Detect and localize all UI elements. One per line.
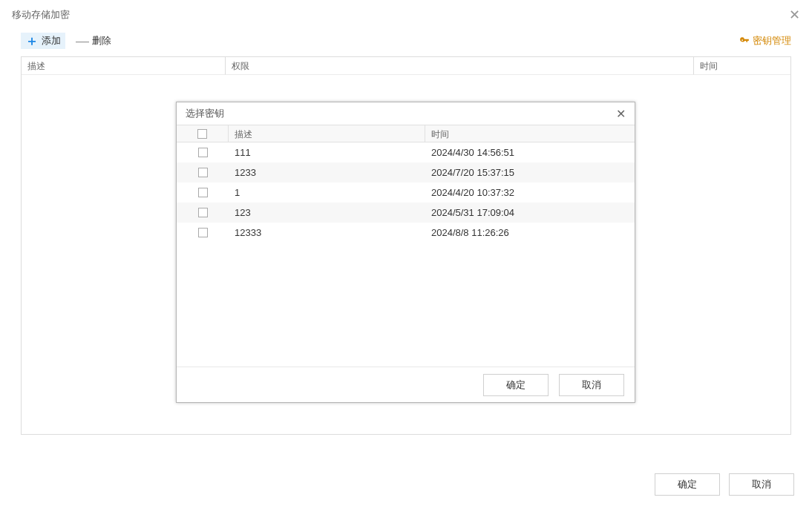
checkbox-icon[interactable] (197, 129, 207, 139)
row-description: 123 (229, 207, 425, 218)
checkbox-icon[interactable] (198, 228, 208, 237)
table-row[interactable]: 12332024/7/20 15:37:15 (177, 162, 635, 183)
inner-dialog-footer: 确定 取消 (177, 367, 635, 402)
inner-header-description[interactable]: 描述 (229, 125, 425, 142)
window-title: 移动存储加密 (12, 8, 70, 22)
table-row[interactable]: 12024/4/20 10:37:32 (177, 183, 635, 203)
row-time: 2024/4/30 14:56:51 (425, 147, 635, 158)
row-time: 2024/8/8 11:26:26 (425, 227, 635, 238)
row-time: 2024/4/20 10:37:32 (425, 187, 635, 198)
key-icon (739, 36, 750, 46)
inner-cancel-label: 取消 (582, 378, 601, 392)
cancel-button[interactable]: 取消 (729, 473, 794, 496)
row-description: 111 (229, 147, 425, 158)
titlebar: 移动存储加密 ✕ (0, 0, 812, 30)
row-time: 2024/7/20 15:37:15 (425, 167, 635, 178)
plus-icon: ＋ (25, 34, 39, 47)
row-description: 1 (229, 187, 425, 198)
inner-table-body: 1112024/4/30 14:56:5112332024/7/20 15:37… (177, 142, 635, 367)
checkbox-icon[interactable] (198, 148, 208, 157)
ok-button[interactable]: 确定 (655, 473, 720, 496)
main-header-time[interactable]: 时间 (694, 57, 790, 75)
inner-cancel-button[interactable]: 取消 (559, 374, 624, 396)
close-icon[interactable]: ✕ (789, 7, 800, 23)
toolbar: ＋ 添加 — 删除 密钥管理 (0, 30, 812, 52)
inner-ok-label: 确定 (506, 378, 525, 392)
row-checkbox-cell[interactable] (177, 208, 229, 217)
row-time: 2024/5/31 17:09:04 (425, 207, 635, 218)
inner-header-time[interactable]: 时间 (425, 125, 635, 142)
main-table-header: 描述 权限 时间 (22, 57, 790, 75)
add-button[interactable]: ＋ 添加 (21, 33, 65, 49)
inner-header-checkbox[interactable] (177, 125, 229, 142)
row-checkbox-cell[interactable] (177, 148, 229, 157)
table-row[interactable]: 1112024/4/30 14:56:51 (177, 142, 635, 162)
main-header-permission[interactable]: 权限 (226, 57, 694, 75)
inner-ok-button[interactable]: 确定 (483, 374, 549, 396)
checkbox-icon[interactable] (198, 168, 208, 177)
inner-table-header: 描述 时间 (177, 125, 635, 142)
table-row[interactable]: 1232024/5/31 17:09:04 (177, 203, 635, 223)
toolbar-left: ＋ 添加 — 删除 (21, 33, 116, 49)
row-checkbox-cell[interactable] (177, 168, 229, 177)
main-header-description[interactable]: 描述 (22, 57, 226, 75)
select-key-dialog: 选择密钥 ✕ 描述 时间 1112024/4/30 14:56:51123320… (176, 102, 635, 403)
row-description: 1233 (229, 167, 425, 178)
row-checkbox-cell[interactable] (177, 228, 229, 237)
delete-button-label: 删除 (92, 34, 111, 47)
delete-button[interactable]: — 删除 (71, 33, 116, 49)
add-button-label: 添加 (42, 34, 61, 47)
row-checkbox-cell[interactable] (177, 188, 229, 197)
checkbox-icon[interactable] (198, 188, 208, 197)
key-management-label: 密钥管理 (753, 34, 791, 47)
main-window: 移动存储加密 ✕ ＋ 添加 — 删除 密钥管理 描述 权限 时间 (0, 0, 812, 506)
ok-button-label: 确定 (678, 478, 697, 491)
row-description: 12333 (229, 227, 425, 238)
inner-close-icon[interactable]: ✕ (616, 107, 626, 121)
key-management-button[interactable]: 密钥管理 (739, 34, 791, 47)
inner-dialog-title: 选择密钥 (186, 107, 224, 120)
minus-icon: — (76, 34, 89, 47)
footer: 确定 取消 (655, 473, 794, 496)
checkbox-icon[interactable] (198, 208, 208, 217)
inner-dialog-titlebar: 选择密钥 ✕ (177, 102, 635, 125)
cancel-button-label: 取消 (752, 478, 771, 491)
table-row[interactable]: 123332024/8/8 11:26:26 (177, 223, 635, 243)
